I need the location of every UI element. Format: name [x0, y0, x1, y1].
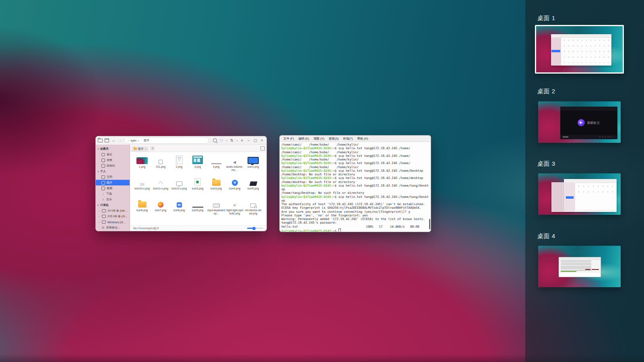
terminal-user-host: kylin@kylin-QiTianM425-D245 [281, 176, 331, 180]
file-item[interactable]: icon5.png [244, 176, 262, 198]
chevron-down-icon: ∨ [97, 170, 99, 173]
workspace-3-label: 桌面 3 [537, 160, 555, 168]
sidebar-item-label: 所有标记... [106, 226, 120, 230]
file-item[interactable]: input-keyboard-sy… [207, 198, 225, 220]
file-item[interactable]: Wicon8.png [170, 198, 188, 220]
terminal-menu-item[interactable]: 终端(T) [343, 137, 353, 141]
sidebar-item[interactable]: ›14 GB 卷 (/de… [96, 208, 130, 214]
terminal-scrollbar[interactable] [429, 219, 430, 229]
terminal-output-line: /home/cami/ /home/kobe/ /home/kylin/ [281, 165, 431, 169]
chevron-right-icon[interactable]: › [99, 215, 100, 218]
sidebar-item-label: 文档 [107, 175, 112, 179]
sidebar-section-header[interactable]: ∨收藏夹 [96, 146, 130, 152]
workspace-4-label: 桌面 4 [537, 232, 555, 240]
tab-pictures[interactable]: 图片 × [132, 146, 149, 152]
faint-rect-icon [140, 183, 144, 186]
menu-button[interactable]: ≡ [239, 138, 245, 143]
file-item[interactable]: 3.png [189, 154, 206, 176]
status-path: file:///home/kylin/图片 [133, 226, 159, 230]
sidebar-section-header[interactable]: ∨个人 [96, 169, 130, 174]
play-icon: ▶ [578, 119, 585, 126]
terminal-menu-item[interactable]: 编辑 (E) [298, 137, 309, 141]
file-name: icon1.png [248, 165, 259, 169]
sidebar-item[interactable]: 视频 [96, 185, 130, 191]
preview-pane-icon[interactable] [260, 146, 265, 150]
terminal-output[interactable]: /home/cami/ /home/kobe/ /home/kylin/kyli… [280, 142, 431, 232]
sidebar-item[interactable]: 桌面 [96, 157, 130, 163]
file-item[interactable]: icon6.png [133, 198, 151, 220]
mini-file-manager-front-window [564, 179, 617, 212]
workspace-4-thumbnail[interactable] [538, 246, 621, 287]
sidebar-item-label: 音乐 [106, 197, 112, 202]
hand-icon [159, 160, 163, 164]
view-mode-chevron-icon[interactable]: ∨ [226, 139, 228, 142]
sidebar-item[interactable]: ♪音乐 [96, 197, 130, 202]
zoom-slider-knob[interactable] [252, 227, 256, 230]
terminal-menu-item[interactable]: 搜索(S) [329, 137, 339, 141]
zoom-slider[interactable] [247, 228, 263, 229]
workspace-2-thumbnail[interactable]: ▶ 麒麟影音 [538, 101, 621, 143]
file-item[interactable]: 1.png [133, 154, 151, 176]
mini-file-manager-window [551, 34, 612, 66]
sidebar-item[interactable]: 最近 [96, 152, 130, 157]
new-tab-button[interactable]: + [150, 146, 155, 151]
home-icon: ⌂ [127, 139, 129, 142]
faint-chevron-icon [158, 181, 163, 186]
address-bar[interactable]: ⌂ kylin ∨ 图片 [124, 137, 209, 144]
address-path-segment[interactable]: 图片 [144, 138, 149, 142]
folder-icon [134, 148, 137, 150]
search-button[interactable] [212, 138, 217, 143]
file-item[interactable]: icon11-o.png [152, 176, 169, 198]
sidebar-item[interactable]: ◎所有标记... [96, 225, 130, 230]
sort-chevron-icon[interactable]: ∨ [236, 139, 238, 142]
chevron-right-icon[interactable]: › [99, 221, 100, 223]
back-button[interactable]: ← [111, 138, 116, 143]
file-item[interactable]: icon12-o.png [170, 176, 188, 198]
file-grid: 1.png101.png2.png3.png4.pngaudio-volume-… [130, 152, 266, 225]
sidebar-item[interactable]: ›Windows (/d… [96, 219, 130, 225]
file-item[interactable]: icon7.png [152, 198, 169, 220]
file-item[interactable]: audio-volume-me… [226, 154, 244, 176]
sidebar-item[interactable]: 回收站 [96, 163, 130, 169]
file-name: icon6.png [136, 209, 148, 212]
terminal-prompt-line: kylin@kylin-QiTianM425-D245:~$ [281, 228, 431, 232]
tab-close-icon[interactable]: × [145, 148, 147, 150]
file-name: 101.png [156, 165, 165, 169]
file-item[interactable]: icon4.png [226, 176, 244, 198]
close-button[interactable]: × [259, 138, 264, 143]
file-item[interactable]: 2.png [170, 154, 188, 176]
chevron-down-icon[interactable]: ∨ [138, 139, 139, 142]
sort-button[interactable]: ⇅ [229, 138, 234, 143]
terminal-menu-item[interactable]: 视图 (V) [314, 137, 324, 141]
open-terminal-button[interactable] [105, 138, 110, 143]
sidebar-item[interactable]: ›215 GB 卷 (/d… [96, 214, 130, 219]
sidebar-section-header[interactable]: ∨计算机 [96, 202, 130, 208]
file-item[interactable]: icon1.png [244, 154, 262, 176]
minimize-button[interactable]: – [246, 138, 251, 143]
sidebar-item[interactable]: ↓下载 [96, 191, 130, 197]
terminal-menu-item[interactable]: 文件 (F) [283, 137, 294, 141]
sidebar-item-label: 回收站 [107, 164, 115, 168]
maximize-button[interactable]: ▢ [253, 138, 258, 143]
workspace-3-thumbnail[interactable] [538, 173, 621, 215]
chevron-right-icon[interactable]: › [99, 210, 100, 212]
new-folder-button[interactable] [98, 138, 103, 143]
view-mode-button[interactable]: ∷ [219, 138, 224, 143]
file-item[interactable]: icon10-o.png [133, 176, 151, 198]
terminal-menu-item[interactable]: 帮助 (H) [357, 137, 368, 141]
file-item[interactable]: icon3.png [207, 176, 225, 198]
file-item[interactable]: 101.png [152, 154, 169, 176]
sidebar-item[interactable]: 文档 [96, 174, 130, 180]
file-item[interactable]: nm-device-wired.png [244, 198, 262, 220]
file-item[interactable]: icon2.png [189, 176, 206, 198]
file-item[interactable]: 4.png [207, 154, 225, 176]
file-item[interactable]: ☀night-light-symbolic.png [226, 198, 244, 220]
terminal-output-line: The authenticity of host '172.19.42.245 … [281, 202, 431, 206]
forward-button[interactable]: → [118, 138, 123, 143]
file-name: 4.png [213, 165, 220, 169]
sidebar-item[interactable]: 图片 [96, 180, 130, 185]
terminal-output-line: Warning: Permanently added '172.19.42.24… [281, 217, 431, 221]
trash-icon [101, 164, 105, 168]
file-item[interactable]: icon9.png [189, 198, 206, 220]
workspace-1-thumbnail[interactable] [535, 25, 624, 74]
